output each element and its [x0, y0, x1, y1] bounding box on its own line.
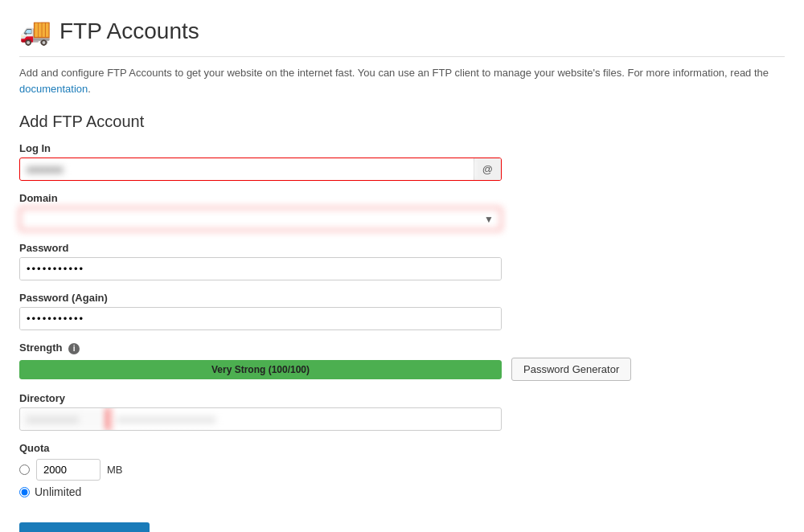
strength-bar: Very Strong (100/100)	[19, 360, 502, 379]
strength-info-icon[interactable]: i	[68, 343, 80, 354]
domain-select-wrap: ▼	[19, 207, 502, 231]
login-input-wrap: @	[19, 158, 502, 181]
at-sign: @	[474, 158, 501, 180]
login-label: Log In	[19, 142, 785, 154]
ftp-icon: 🚚	[19, 16, 51, 47]
directory-prefix-input[interactable]	[20, 408, 109, 430]
strength-row: Very Strong (100/100) Password Generator	[19, 358, 785, 381]
password-input[interactable]	[20, 258, 501, 280]
strength-group: Strength i Very Strong (100/100) Passwor…	[19, 342, 785, 381]
directory-suffix-input[interactable]	[109, 408, 501, 430]
directory-label: Directory	[19, 392, 785, 404]
password-label: Password	[19, 242, 785, 254]
documentation-link[interactable]: documentation	[19, 83, 88, 95]
page-header: 🚚 FTP Accounts	[19, 16, 785, 57]
domain-select[interactable]	[19, 207, 502, 231]
password-again-input-wrap	[19, 307, 502, 330]
quota-label: Quota	[19, 442, 785, 454]
create-ftp-account-button[interactable]: Create FTP Account	[19, 522, 150, 532]
quota-mb-radio[interactable]	[19, 464, 30, 475]
quota-unlimited-radio[interactable]	[19, 487, 30, 497]
quota-unlimited-row: Unlimited	[19, 485, 785, 498]
password-again-group: Password (Again)	[19, 292, 785, 330]
quota-group: Quota 2000 MB Unlimited	[19, 442, 785, 498]
strength-text: Very Strong (100/100)	[211, 364, 310, 375]
quota-mb-row: 2000 MB	[19, 459, 785, 481]
login-group: Log In @	[19, 142, 785, 181]
password-again-label: Password (Again)	[19, 292, 785, 304]
password-input-wrap	[19, 257, 502, 280]
quota-unlimited-label: Unlimited	[35, 485, 81, 498]
directory-row	[19, 407, 502, 431]
section-title: Add FTP Account	[19, 113, 785, 131]
password-again-input[interactable]	[20, 308, 501, 329]
password-generator-button[interactable]: Password Generator	[511, 358, 631, 381]
domain-label: Domain	[19, 192, 785, 204]
page-title: FTP Accounts	[59, 18, 199, 44]
login-input[interactable]	[20, 158, 474, 180]
domain-group: Domain ▼	[19, 192, 785, 231]
quota-unit: MB	[107, 464, 123, 476]
strength-label: Strength i	[19, 342, 785, 354]
directory-group: Directory	[19, 392, 785, 431]
page-description: Add and configure FTP Accounts to get yo…	[19, 65, 785, 96]
quota-value-input[interactable]: 2000	[36, 459, 100, 481]
password-group: Password	[19, 242, 785, 280]
